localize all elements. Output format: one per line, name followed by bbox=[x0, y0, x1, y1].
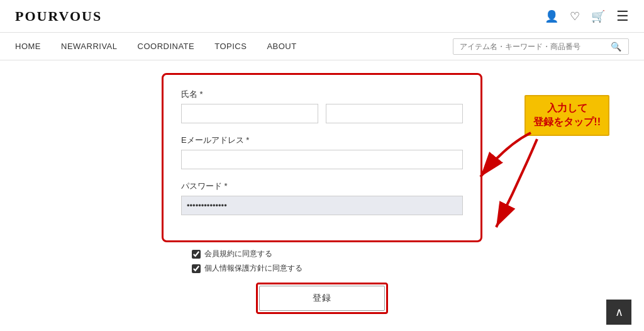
menu-icon[interactable]: ☰ bbox=[616, 8, 629, 25]
email-label: Eメールアドレス * bbox=[181, 135, 463, 146]
last-name-input[interactable] bbox=[326, 104, 463, 123]
checkbox-section: 会員規約に同意する 個人情報保護方針に同意する bbox=[177, 249, 629, 274]
search-button[interactable]: 🔍 bbox=[611, 42, 621, 52]
privacy-checkbox[interactable] bbox=[192, 264, 201, 273]
search-input[interactable] bbox=[460, 42, 611, 51]
password-label: パスワード * bbox=[181, 181, 463, 192]
email-input[interactable] bbox=[181, 150, 463, 169]
annotation-line1: 入力して bbox=[533, 101, 601, 115]
checkbox-terms: 会員規約に同意する bbox=[192, 249, 629, 259]
header-icons: 👤 ♡ 🛒 ☰ bbox=[545, 8, 629, 25]
search-bar: 🔍 bbox=[453, 38, 629, 55]
checkbox-privacy: 個人情報保護方針に同意する bbox=[192, 263, 629, 274]
registration-form: 氏名 * Eメールアドレス * パスワード * bbox=[162, 73, 482, 242]
nav: HOME NEWARRIVAL COORDINATE TOPICS ABOUT … bbox=[0, 33, 644, 60]
user-icon[interactable]: 👤 bbox=[545, 9, 558, 23]
nav-topics[interactable]: TOPICS bbox=[214, 42, 247, 51]
password-input[interactable] bbox=[181, 196, 463, 215]
register-button[interactable]: 登録 bbox=[259, 286, 385, 311]
nav-links: HOME NEWARRIVAL COORDINATE TOPICS ABOUT bbox=[15, 42, 297, 51]
register-row: 登録 bbox=[15, 283, 629, 314]
arrow-annotation-2 bbox=[487, 133, 550, 233]
password-section: パスワード * bbox=[181, 181, 463, 215]
logo: POURVOUS bbox=[15, 8, 102, 25]
annotation-container: 入力して 登録をタップ!! bbox=[525, 95, 609, 136]
terms-checkbox[interactable] bbox=[192, 250, 201, 259]
main-content: 氏名 * Eメールアドレス * パスワード * 会員規約に同意する 個人情報保護… bbox=[0, 60, 644, 327]
cart-icon[interactable]: 🛒 bbox=[591, 9, 605, 23]
privacy-label: 個人情報保護方針に同意する bbox=[204, 263, 303, 274]
register-button-wrapper: 登録 bbox=[256, 283, 388, 314]
terms-label: 会員規約に同意する bbox=[204, 249, 272, 259]
back-to-top-button[interactable]: ∧ bbox=[606, 300, 631, 325]
nav-about[interactable]: ABOUT bbox=[267, 42, 296, 51]
email-section: Eメールアドレス * bbox=[181, 135, 463, 169]
name-row bbox=[181, 104, 463, 123]
first-name-input[interactable] bbox=[181, 104, 318, 123]
nav-newarrival[interactable]: NEWARRIVAL bbox=[61, 42, 118, 51]
heart-icon[interactable]: ♡ bbox=[570, 9, 580, 23]
name-label: 氏名 * bbox=[181, 89, 463, 100]
nav-coordinate[interactable]: COORDINATE bbox=[138, 42, 195, 51]
header: POURVOUS 👤 ♡ 🛒 ☰ bbox=[0, 0, 644, 33]
name-section: 氏名 * bbox=[181, 89, 463, 123]
nav-home[interactable]: HOME bbox=[15, 42, 41, 51]
